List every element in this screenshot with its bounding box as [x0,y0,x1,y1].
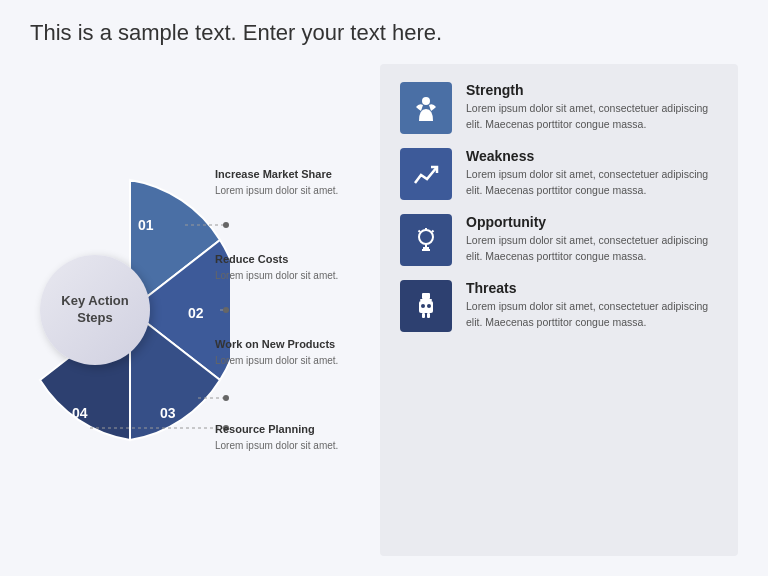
page: This is a sample text. Enter your text h… [0,0,768,576]
weakness-desc: Lorem ipsum dolor sit amet, consectetuer… [466,167,718,199]
swot-threats: Threats Lorem ipsum dolor sit amet, cons… [400,280,718,332]
step-4-desc: Lorem ipsum dolor sit amet. [215,439,338,453]
svg-text:02: 02 [188,305,204,321]
svg-text:04: 04 [72,405,88,421]
threats-content: Threats Lorem ipsum dolor sit amet, cons… [466,280,718,331]
svg-point-12 [422,97,430,105]
step-3-desc: Lorem ipsum dolor sit amet. [215,354,338,368]
svg-line-19 [432,231,434,233]
opportunity-desc: Lorem ipsum dolor sit amet, consectetuer… [466,233,718,265]
content-area: 01 02 03 04 [30,64,738,556]
step-label-4: Resource Planning Lorem ipsum dolor sit … [215,422,350,452]
threats-desc: Lorem ipsum dolor sit amet, consectetuer… [466,299,718,331]
strength-icon [400,82,452,134]
step-1-desc: Lorem ipsum dolor sit amet. [215,184,338,198]
center-circle: Key ActionSteps [40,255,150,365]
svg-rect-22 [419,301,433,313]
strength-desc: Lorem ipsum dolor sit amet, consectetuer… [466,101,718,133]
svg-text:01: 01 [138,217,154,233]
step-4-title: Resource Planning [215,422,338,436]
opportunity-content: Opportunity Lorem ipsum dolor sit amet, … [466,214,718,265]
swot-weakness: Weakness Lorem ipsum dolor sit amet, con… [400,148,718,200]
page-title: This is a sample text. Enter your text h… [30,20,738,46]
strength-title: Strength [466,82,718,98]
threats-title: Threats [466,280,718,296]
steps-labels: Increase Market Share Lorem ipsum dolor … [215,120,350,500]
swot-section: Strength Lorem ipsum dolor sit amet, con… [380,64,738,556]
opportunity-icon [400,214,452,266]
swot-opportunity: Opportunity Lorem ipsum dolor sit amet, … [400,214,718,266]
center-circle-text: Key ActionSteps [61,293,128,327]
svg-rect-24 [427,313,430,318]
left-section: 01 02 03 04 [30,64,360,556]
svg-text:03: 03 [160,405,176,421]
svg-point-25 [421,304,425,308]
step-1-title: Increase Market Share [215,167,338,181]
step-label-2: Reduce Costs Lorem ipsum dolor sit amet. [215,252,350,282]
weakness-icon [400,148,452,200]
svg-rect-23 [422,313,425,318]
swot-strength: Strength Lorem ipsum dolor sit amet, con… [400,82,718,134]
step-2-desc: Lorem ipsum dolor sit amet. [215,269,338,283]
weakness-content: Weakness Lorem ipsum dolor sit amet, con… [466,148,718,199]
strength-content: Strength Lorem ipsum dolor sit amet, con… [466,82,718,133]
step-label-1: Increase Market Share Lorem ipsum dolor … [215,167,350,197]
svg-rect-21 [420,299,432,301]
arc-container: 01 02 03 04 [30,120,350,500]
step-label-3: Work on New Products Lorem ipsum dolor s… [215,337,350,367]
weakness-title: Weakness [466,148,718,164]
step-3-title: Work on New Products [215,337,338,351]
threats-icon [400,280,452,332]
svg-line-18 [419,231,421,233]
step-2-title: Reduce Costs [215,252,338,266]
svg-point-26 [427,304,431,308]
opportunity-title: Opportunity [466,214,718,230]
svg-point-13 [419,230,433,244]
svg-rect-20 [422,293,430,299]
